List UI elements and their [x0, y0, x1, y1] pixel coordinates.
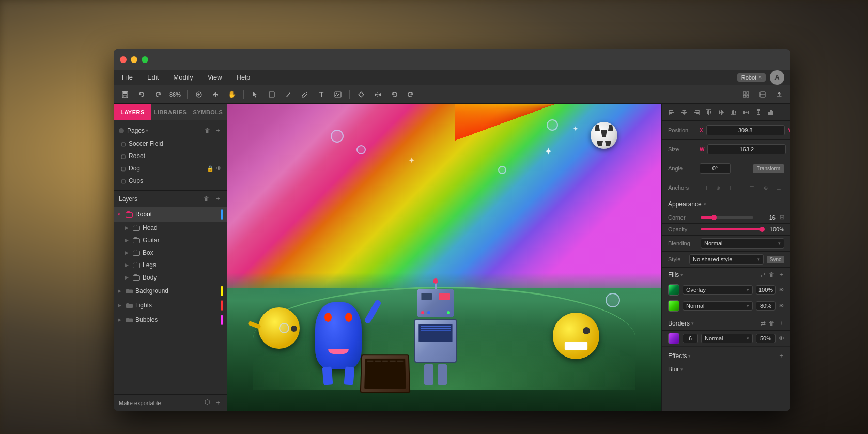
position-x-field[interactable]: [706, 125, 785, 135]
fills-swap-button[interactable]: ⇄: [761, 271, 766, 278]
minimize-button[interactable]: [131, 56, 137, 63]
align-bottom-button[interactable]: [728, 107, 739, 117]
page-item-soccer[interactable]: ▢ Soccer Field: [114, 137, 227, 150]
transform-button[interactable]: Transform: [753, 164, 784, 173]
undo-button[interactable]: [134, 88, 149, 101]
fills-delete-button[interactable]: 🗑: [769, 271, 775, 278]
effects-add-button[interactable]: ＋: [778, 351, 784, 360]
legs-expand-icon[interactable]: ▶: [125, 262, 132, 268]
style-select[interactable]: No shared style ▾: [689, 254, 764, 265]
pages-add-button[interactable]: ＋: [214, 126, 222, 135]
text-button[interactable]: T: [314, 88, 329, 101]
pen-button[interactable]: [281, 88, 296, 101]
align-middle-v-button[interactable]: [716, 107, 727, 117]
component-button[interactable]: [354, 88, 368, 101]
hand-button[interactable]: ✋: [225, 88, 239, 101]
fill-eye-2-icon[interactable]: 👁: [779, 303, 784, 309]
head-expand-icon[interactable]: ▶: [125, 225, 132, 230]
insert-button[interactable]: [192, 88, 206, 101]
page-item-dog[interactable]: ▢ Dog 🔒 👁: [114, 162, 227, 175]
bar-chart-button[interactable]: [765, 107, 777, 117]
align-center-h-button[interactable]: [678, 107, 690, 117]
grid-button[interactable]: [739, 88, 753, 101]
anchor-right-button[interactable]: ⊢: [726, 182, 737, 193]
menu-help[interactable]: Help: [235, 72, 253, 82]
layers-delete-button[interactable]: 🗑: [203, 195, 210, 203]
background-expand-icon[interactable]: ▶: [118, 288, 125, 293]
add-export-button[interactable]: ＋: [214, 398, 222, 408]
body-expand-icon[interactable]: ▶: [125, 275, 132, 280]
pages-toggle[interactable]: [119, 128, 124, 133]
lights-expand-icon[interactable]: ▶: [118, 303, 125, 308]
close-button[interactable]: [120, 56, 127, 63]
pencil-button[interactable]: [298, 88, 312, 101]
pages-delete-button[interactable]: 🗑: [204, 127, 211, 135]
redo-button[interactable]: [151, 88, 165, 101]
menu-view[interactable]: View: [206, 72, 224, 82]
fill-mode-select-1[interactable]: Overlay ▾: [683, 285, 753, 295]
canvas-area[interactable]: ✦ ✦ ✦: [227, 104, 661, 411]
page-item-cups[interactable]: ▢ Cups: [114, 175, 227, 187]
layers-add-button[interactable]: ＋: [214, 194, 222, 204]
shape-button[interactable]: [265, 88, 279, 101]
angle-field[interactable]: [700, 163, 731, 174]
fill-eye-1-icon[interactable]: 👁: [779, 287, 784, 293]
maximize-button[interactable]: [142, 56, 148, 63]
opacity-slider-thumb[interactable]: [760, 227, 765, 232]
flip-h-button[interactable]: [370, 88, 385, 101]
fill-swatch-1[interactable]: [668, 284, 679, 296]
menu-file[interactable]: File: [120, 72, 135, 82]
borders-delete-button[interactable]: 🗑: [769, 320, 775, 327]
fills-add-button[interactable]: ＋: [778, 270, 784, 279]
fill-opacity-2[interactable]: [756, 301, 776, 311]
layer-head[interactable]: ▶ Head: [114, 222, 227, 234]
tab-libraries[interactable]: LIBRARIES: [151, 104, 189, 120]
layer-guitar[interactable]: ▶ Guitar: [114, 234, 227, 246]
export-button[interactable]: ⬡: [204, 398, 210, 408]
robot-tag[interactable]: Robot ×: [737, 73, 766, 82]
anchor-top-button[interactable]: ⊤: [747, 182, 757, 193]
layer-lights[interactable]: ▶ Lights: [114, 298, 227, 313]
borders-swap-button[interactable]: ⇄: [761, 320, 766, 327]
border-width-1[interactable]: [683, 334, 698, 343]
menu-modify[interactable]: Modify: [171, 72, 195, 82]
tab-layers[interactable]: LAYERS: [114, 104, 151, 120]
upload-button[interactable]: [772, 88, 786, 101]
layer-background[interactable]: ▶ Background: [114, 284, 227, 298]
fill-opacity-1[interactable]: [756, 285, 776, 295]
layout-button[interactable]: [755, 88, 770, 101]
box-expand-icon[interactable]: ▶: [125, 250, 132, 255]
corner-slider-track[interactable]: [701, 216, 753, 219]
size-w-field[interactable]: [707, 144, 786, 154]
border-swatch-1[interactable]: [668, 333, 679, 344]
bubbles-expand-icon[interactable]: ▶: [118, 317, 125, 322]
anchor-bottom-button[interactable]: ⊥: [774, 182, 784, 193]
border-eye-1-icon[interactable]: 👁: [779, 335, 784, 342]
layer-bubbles[interactable]: ▶ Bubbles: [114, 313, 227, 327]
fill-mode-select-2[interactable]: Normal ▾: [683, 301, 753, 311]
rotate-cw-button[interactable]: [404, 88, 418, 101]
layer-body[interactable]: ▶ Body: [114, 271, 227, 284]
page-item-robot[interactable]: ▢ Robot: [114, 150, 227, 162]
rotate-ccw-button[interactable]: [387, 88, 401, 101]
align-right-button[interactable]: [691, 107, 702, 117]
layer-robot[interactable]: ▾ Robot: [114, 207, 227, 222]
opacity-slider-track[interactable]: [701, 228, 762, 230]
align-top-button[interactable]: [703, 107, 715, 117]
image-button[interactable]: [331, 88, 345, 101]
borders-add-button[interactable]: ＋: [778, 319, 784, 328]
dist-h-button[interactable]: [740, 107, 752, 117]
dist-v-button[interactable]: [753, 107, 764, 117]
anchor-center-button[interactable]: ⊕: [713, 182, 723, 193]
menu-edit[interactable]: Edit: [145, 72, 161, 82]
fill-swatch-2[interactable]: [668, 300, 679, 312]
blending-select[interactable]: Normal ▾: [701, 238, 784, 249]
layer-box[interactable]: ▶ Box: [114, 246, 227, 259]
corner-options-icon[interactable]: ⊞: [780, 214, 784, 221]
tab-symbols[interactable]: SYMBOLS: [189, 104, 227, 120]
link-proportions-icon[interactable]: ⊙: [789, 146, 791, 153]
border-opacity-1[interactable]: [756, 334, 776, 343]
corner-slider-thumb[interactable]: [711, 215, 717, 220]
move-button[interactable]: [208, 88, 223, 101]
align-left-button[interactable]: [666, 107, 677, 117]
